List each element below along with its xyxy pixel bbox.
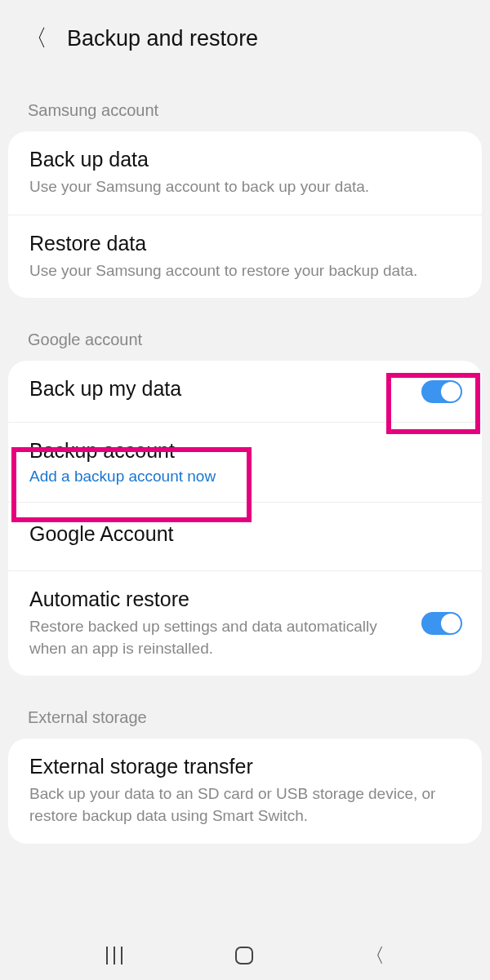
nav-back-icon[interactable]: 〈	[365, 942, 385, 969]
automatic-restore-item[interactable]: Automatic restore Restore backed up sett…	[8, 571, 482, 676]
back-icon[interactable]: 〈	[24, 23, 47, 54]
restore-data-item[interactable]: Restore data Use your Samsung account to…	[8, 215, 482, 299]
header: 〈 Backup and restore	[0, 0, 490, 69]
restore-data-subtitle: Use your Samsung account to restore your…	[29, 260, 462, 282]
backup-data-title: Back up data	[29, 148, 462, 171]
backup-data-item[interactable]: Back up data Use your Samsung account to…	[8, 131, 482, 215]
backup-account-link[interactable]: Add a backup account now	[29, 468, 462, 486]
google-account-item[interactable]: Google Account	[8, 503, 482, 571]
backup-account-title: Backup account	[29, 439, 462, 463]
automatic-restore-toggle[interactable]	[421, 612, 462, 635]
external-transfer-title: External storage transfer	[29, 755, 462, 778]
backup-my-data-title: Back up my data	[29, 377, 408, 401]
external-transfer-subtitle: Back up your data to an SD card or USB s…	[29, 783, 462, 827]
section-label-samsung: Samsung account	[0, 69, 490, 131]
section-label-external: External storage	[0, 676, 490, 738]
automatic-restore-subtitle: Restore backed up settings and data auto…	[29, 616, 408, 659]
backup-data-subtitle: Use your Samsung account to back up your…	[29, 176, 462, 198]
backup-my-data-toggle[interactable]	[421, 380, 462, 403]
external-transfer-item[interactable]: External storage transfer Back up your d…	[8, 738, 482, 843]
external-card: External storage transfer Back up your d…	[8, 738, 482, 843]
google-account-title: Google Account	[29, 522, 461, 546]
automatic-restore-title: Automatic restore	[29, 588, 408, 611]
backup-my-data-item[interactable]: Back up my data	[8, 361, 482, 423]
restore-data-title: Restore data	[29, 232, 462, 255]
backup-account-item[interactable]: Backup account Add a backup account now	[8, 423, 482, 503]
nav-home-icon[interactable]	[235, 947, 253, 964]
google-card: Back up my data Backup account Add a bac…	[8, 361, 482, 676]
page-title: Backup and restore	[67, 26, 258, 51]
samsung-card: Back up data Use your Samsung account to…	[8, 131, 482, 298]
section-label-google: Google account	[0, 298, 490, 361]
nav-recent-icon[interactable]	[106, 947, 122, 964]
nav-bar: 〈	[0, 931, 490, 980]
